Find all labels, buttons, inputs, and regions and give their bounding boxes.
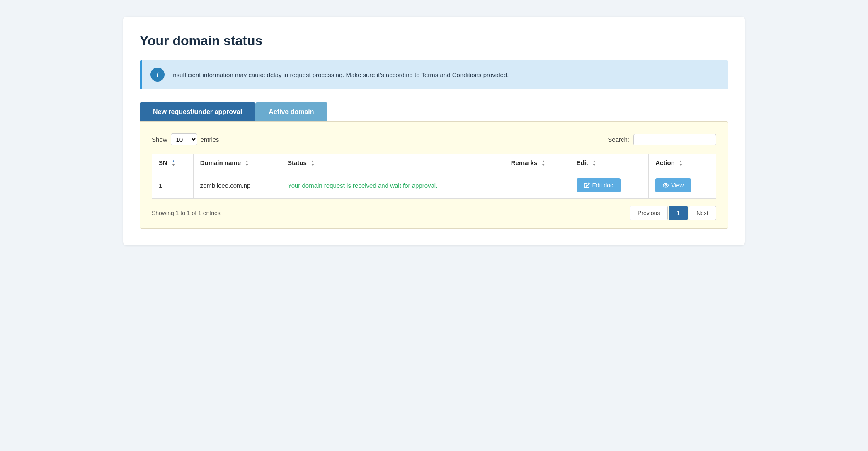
- search-label: Search:: [608, 136, 629, 143]
- sort-icon-remarks: ▲ ▼: [541, 160, 545, 167]
- col-remarks: Remarks ▲ ▼: [504, 154, 570, 172]
- view-button[interactable]: View: [655, 178, 691, 192]
- col-edit: Edit ▲ ▼: [570, 154, 649, 172]
- eye-icon: [663, 182, 669, 188]
- next-button[interactable]: Next: [689, 206, 716, 220]
- search-input[interactable]: [633, 134, 716, 145]
- svg-point-0: [665, 184, 667, 186]
- previous-button[interactable]: Previous: [630, 206, 668, 220]
- page-container: Your domain status i Insufficient inform…: [123, 17, 745, 245]
- cell-status: Your domain request is received and wait…: [281, 172, 504, 199]
- table-footer: Showing 1 to 1 of 1 entries Previous 1 N…: [152, 206, 716, 220]
- col-status: Status ▲ ▼: [281, 154, 504, 172]
- page-title: Your domain status: [140, 33, 728, 48]
- table-controls: Show 10 25 50 100 entries Search:: [152, 133, 716, 145]
- sort-icon-edit: ▲ ▼: [592, 160, 596, 167]
- showing-text: Showing 1 to 1 of 1 entries: [152, 210, 221, 216]
- cell-domain-name: zombiieee.com.np: [193, 172, 281, 199]
- pagination: Previous 1 Next: [630, 206, 716, 220]
- data-table: SN ▲ ▼ Domain name ▲ ▼ S: [152, 154, 716, 199]
- tabs-row: New request/under approval Active domain: [140, 102, 728, 121]
- cell-remarks: [504, 172, 570, 199]
- cell-edit: Edit doc: [570, 172, 649, 199]
- table-row: 1 zombiieee.com.np Your domain request i…: [152, 172, 716, 199]
- entries-label: entries: [201, 136, 219, 143]
- tab-new-request[interactable]: New request/under approval: [140, 102, 255, 121]
- cell-action: View: [649, 172, 716, 199]
- table-panel: Show 10 25 50 100 entries Search: SN: [140, 121, 728, 229]
- info-icon: i: [150, 68, 165, 82]
- banner-text: Insufficient information may cause delay…: [171, 71, 509, 78]
- table-header-row: SN ▲ ▼ Domain name ▲ ▼ S: [152, 154, 716, 172]
- col-action: Action ▲ ▼: [649, 154, 716, 172]
- sort-icon-action: ▲ ▼: [679, 160, 683, 167]
- tab-active-domain[interactable]: Active domain: [255, 102, 327, 121]
- cell-sn: 1: [152, 172, 194, 199]
- show-label: Show: [152, 136, 167, 143]
- page-1-button[interactable]: 1: [669, 206, 688, 220]
- sort-icon-domain: ▲ ▼: [245, 160, 249, 167]
- edit-icon: [584, 182, 590, 188]
- search-group: Search:: [608, 134, 716, 145]
- show-entries-group: Show 10 25 50 100 entries: [152, 133, 219, 145]
- info-banner: i Insufficient information may cause del…: [140, 60, 728, 89]
- edit-doc-button[interactable]: Edit doc: [577, 178, 621, 192]
- sort-icon-sn: ▲ ▼: [172, 160, 175, 167]
- entries-select[interactable]: 10 25 50 100: [171, 133, 197, 145]
- col-sn: SN ▲ ▼: [152, 154, 194, 172]
- col-domain-name: Domain name ▲ ▼: [193, 154, 281, 172]
- sort-icon-status: ▲ ▼: [311, 160, 315, 167]
